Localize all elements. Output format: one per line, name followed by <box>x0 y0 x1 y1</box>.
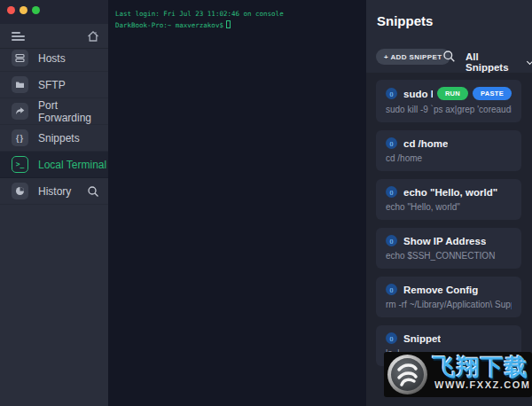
close-window-button[interactable] <box>7 6 15 14</box>
sidebar-item-label: History <box>38 185 71 198</box>
home-icon[interactable] <box>86 29 100 47</box>
snippet-command: sudo kill -9 `ps ax|grep 'coreaudio[a-z.… <box>386 105 512 114</box>
snippet-icon: () <box>386 137 397 149</box>
snippet-card[interactable]: () cd /home cd /home <box>376 130 521 171</box>
window-titlebar <box>0 0 108 24</box>
sidebar-item-label: Local Terminal <box>38 159 106 171</box>
run-button[interactable]: RUN <box>437 87 468 100</box>
snippet-title: sudo kill ... <box>403 89 433 99</box>
snippet-card[interactable]: () Remove Config rm -rf ~/Library/Applic… <box>376 277 521 317</box>
sidebar-item-snippets[interactable]: {} Snippets <box>0 125 108 152</box>
zoom-window-button[interactable] <box>32 6 40 14</box>
snippet-title: Show IP Address <box>403 236 486 246</box>
sidebar-item-label: Port Forwarding <box>38 99 108 124</box>
forward-arrow-icon <box>12 103 28 120</box>
snippet-card[interactable]: () Show IP Address echo $SSH_CONNECTION <box>376 228 521 269</box>
sidebar-item-sftp[interactable]: SFTP <box>0 72 108 98</box>
folder-icon <box>12 76 28 93</box>
history-search-icon[interactable] <box>87 185 99 198</box>
snippet-icon: () <box>386 186 397 198</box>
add-snippet-button[interactable]: + ADD SNIPPET <box>376 49 450 65</box>
terminal-line-2: DarkBook-Pro:~ maxverzakov$ <box>115 21 223 29</box>
sidebar-item-port-forwarding[interactable]: Port Forwarding <box>0 98 108 125</box>
watermark-site-url: WWW.FXXZ.COM <box>434 379 530 390</box>
snippet-icon: () <box>386 284 397 295</box>
watermark-site-name: 飞翔下载 <box>433 352 528 383</box>
terminal-line-1: Last login: Fri Jul 23 11:02:46 on conso… <box>115 10 284 18</box>
snippet-title: Snippet <box>403 333 441 344</box>
sidebar-item-label: SFTP <box>38 79 66 91</box>
snippet-title: cd /home <box>403 138 448 149</box>
snippet-title: Remove Config <box>403 285 478 295</box>
terminal-output: Last login: Fri Jul 23 11:02:46 on conso… <box>115 8 284 31</box>
search-icon[interactable] <box>442 50 456 66</box>
sidebar-item-local-terminal[interactable]: >_ Local Terminal <box>0 152 108 178</box>
terminal-cursor <box>226 20 231 28</box>
sidebar-item-history[interactable]: History <box>0 178 108 205</box>
snippet-command: rm -rf ~/Library/Application\ Suppor... <box>386 300 512 309</box>
snippet-title: echo "Hello, world" <box>403 187 497 198</box>
snippet-card[interactable]: () sudo kill ... RUN PASTE sudo kill -9 … <box>376 80 521 122</box>
sidebar: Hosts SFTP Port Forwarding <box>0 0 108 406</box>
snippets-panel-header: Snippets + ADD SNIPPET All Snippets <box>366 0 532 73</box>
sidebar-menu: Hosts SFTP Port Forwarding <box>0 45 108 205</box>
hosts-icon <box>12 50 28 66</box>
snippet-icon: () <box>386 88 397 99</box>
snippet-command: echo $SSH_CONNECTION <box>386 251 512 261</box>
watermark-logo-icon <box>387 355 427 394</box>
minimize-window-button[interactable] <box>20 6 27 14</box>
sidebar-item-label: Hosts <box>38 52 66 65</box>
snippet-card[interactable]: () echo "Hello, world" echo "Hello, worl… <box>376 179 521 220</box>
chevron-down-icon <box>527 58 532 64</box>
terminal-icon: >_ <box>12 156 28 173</box>
braces-icon: {} <box>12 129 28 146</box>
watermark-banner: 飞翔下载 WWW.FXXZ.COM <box>384 352 532 397</box>
history-clock-icon <box>12 183 28 199</box>
terminal-area[interactable]: Last login: Fri Jul 23 11:02:46 on conso… <box>108 0 366 406</box>
app-window: Last login: Fri Jul 23 11:02:46 on conso… <box>0 0 532 406</box>
panel-title: Snippets <box>377 13 433 28</box>
snippet-icon: () <box>386 332 397 344</box>
sidebar-item-label: Snippets <box>38 132 80 144</box>
menu-icon[interactable] <box>12 32 26 41</box>
paste-button[interactable]: PASTE <box>473 87 512 100</box>
snippet-icon: () <box>386 235 397 246</box>
filter-label: All Snippets <box>466 51 523 73</box>
snippet-command: echo "Hello, world" <box>386 202 512 212</box>
snippets-list: () sudo kill ... RUN PASTE sudo kill -9 … <box>376 80 521 366</box>
sidebar-item-hosts[interactable]: Hosts <box>0 45 108 72</box>
snippets-filter-dropdown[interactable]: All Snippets <box>466 51 532 73</box>
snippets-panel: Snippets + ADD SNIPPET All Snippets () s… <box>366 0 532 406</box>
snippet-command: cd /home <box>386 153 512 163</box>
